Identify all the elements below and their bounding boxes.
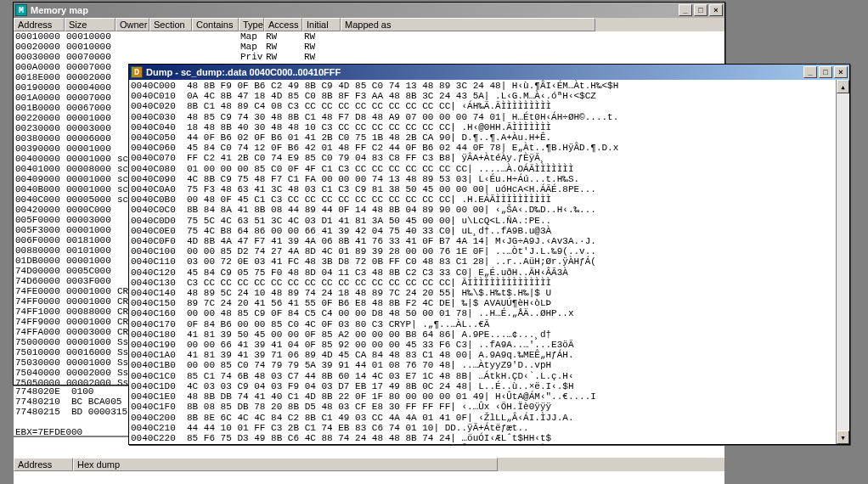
memmap-title: Memory map [31,5,677,15]
dump-icon: D [131,66,143,78]
column-header[interactable]: Mapped as [341,18,595,31]
memmap-row[interactable]: 0001000000010000MapRWRW [15,31,724,42]
memmap-headers[interactable]: AddressSizeOwnerSectionContainsTypeAcces… [14,18,724,31]
memmap-row[interactable]: 0003000000070000PrivRWRW [15,52,724,62]
dump-content: 0040C000 48 8B F9 0F B6 C2 49 8B C9 4D 8… [129,80,849,444]
dump-titlebar[interactable]: D Dump - sc_dump:.data 0040C000..00410FF… [129,65,849,80]
column-header[interactable]: Owner [116,18,149,31]
dump-title: Dump - sc_dump:.data 0040C000..00410FFF [146,67,802,77]
bottom-dump-headers[interactable]: AddressHex dump [14,458,724,471]
column-header[interactable]: Section [149,18,192,31]
dump-scrollbar[interactable]: ▴ ▾ [836,80,849,444]
column-header[interactable]: Address [14,458,73,471]
column-header[interactable]: Initial [302,18,341,31]
scroll-track[interactable] [837,93,849,431]
column-header[interactable]: Size [65,18,116,31]
scroll-down-button[interactable]: ▾ [837,431,849,444]
memmap-titlebar[interactable]: M Memory map _ □ × [14,3,724,18]
column-header[interactable]: Access [264,18,302,31]
dump-window: D Dump - sc_dump:.data 0040C000..00410FF… [128,64,850,445]
memmap-icon: M [15,4,27,16]
memmap-row[interactable]: 0002000000010000MapRWRW [15,42,724,52]
column-header[interactable]: Hex dump [73,458,498,471]
close-button[interactable]: × [709,4,723,16]
maximize-button[interactable]: □ [694,4,707,16]
maximize-button[interactable]: □ [819,66,832,78]
minimize-button[interactable]: _ [679,4,692,16]
dump-hex-area[interactable]: 0040C000 48 8B F9 0F B6 C2 49 8B C9 4D 8… [129,80,836,444]
column-header[interactable]: Contains [192,18,239,31]
minimize-button[interactable]: _ [803,66,817,78]
close-button[interactable]: × [834,66,848,78]
column-header[interactable]: Address [14,18,65,31]
scroll-up-button[interactable]: ▴ [837,80,849,93]
column-header[interactable]: Type [239,18,264,31]
